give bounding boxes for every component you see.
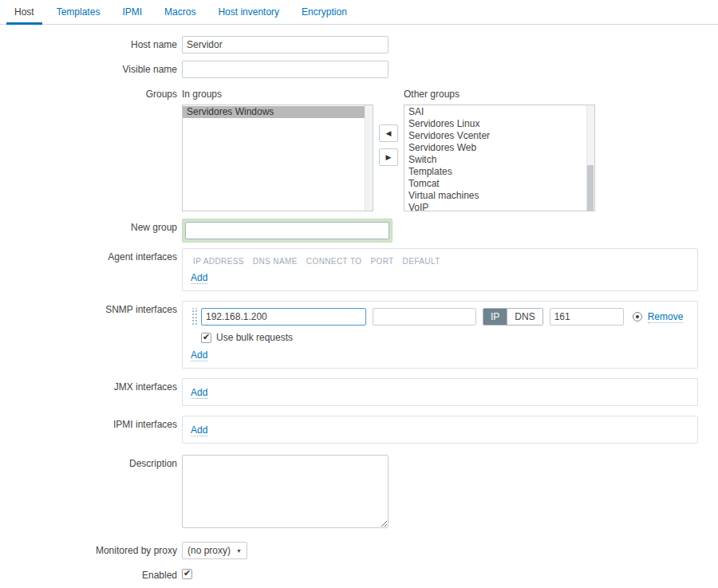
snmp-add-link[interactable]: Add <box>191 349 207 361</box>
connect-dns-option[interactable]: DNS <box>507 309 542 325</box>
visible-name-label: Visible name <box>0 61 177 78</box>
snmp-ip-input[interactable] <box>201 308 366 326</box>
groups-label: Groups <box>0 85 177 211</box>
snmp-dns-input[interactable] <box>373 308 476 326</box>
enabled-row: Enabled <box>0 566 718 582</box>
proxy-select[interactable]: (no proxy) ▼ <box>182 542 247 559</box>
enabled-label: Enabled <box>0 566 177 582</box>
proxy-label: Monitored by proxy <box>0 542 177 559</box>
tab-ipmi[interactable]: IPMI <box>114 0 150 24</box>
host-name-row: Host name <box>0 36 718 53</box>
list-item[interactable]: Servidores Web <box>404 142 594 154</box>
column-header: CONNECT TO <box>306 257 362 266</box>
column-header: DEFAULT <box>403 257 440 266</box>
enabled-checkbox[interactable] <box>182 569 192 579</box>
bulk-requests-label: Use bulk requests <box>216 332 293 343</box>
description-label: Description <box>0 455 177 531</box>
host-config-page: Host Templates IPMI Macros Host inventor… <box>0 0 718 588</box>
snmp-interfaces-box: IP DNS Remove Use bulk requests Add <box>182 301 698 369</box>
in-groups-title: In groups <box>182 85 373 100</box>
list-item[interactable]: Tomcat <box>404 178 594 190</box>
connect-ip-option[interactable]: IP <box>483 309 507 325</box>
new-group-input[interactable] <box>185 222 389 239</box>
new-group-label: New group <box>0 219 177 243</box>
in-groups-listbox[interactable]: Servidores Windows <box>182 105 373 211</box>
tab-bar: Host Templates IPMI Macros Host inventor… <box>0 0 718 25</box>
host-name-label: Host name <box>0 36 177 53</box>
groups-row: Groups In groups Servidores Windows <box>0 85 718 211</box>
arrow-left-icon: ◀ <box>386 129 392 137</box>
new-group-row: New group <box>0 219 718 243</box>
tab-macros[interactable]: Macros <box>156 0 203 24</box>
agent-interface-columns: IP ADDRESSDNS NAMECONNECT TOPORTDEFAULT <box>191 255 689 266</box>
agent-add-link[interactable]: Add <box>191 272 207 284</box>
list-item[interactable]: Virtual machines <box>404 190 594 202</box>
column-header: DNS NAME <box>253 257 298 266</box>
host-name-input[interactable] <box>182 36 389 53</box>
ipmi-interfaces-box: Add <box>182 416 698 444</box>
column-header: PORT <box>370 257 393 266</box>
tab-host[interactable]: Host <box>6 0 42 24</box>
agent-interfaces-box: IP ADDRESSDNS NAMECONNECT TOPORTDEFAULT … <box>182 248 698 291</box>
list-item[interactable]: Servidores Vcenter <box>404 130 594 142</box>
arrow-right-icon: ▶ <box>386 153 392 161</box>
description-row: Description <box>0 455 718 531</box>
jmx-interfaces-row: JMX interfaces Add <box>0 378 718 406</box>
visible-name-row: Visible name <box>0 61 718 78</box>
bulk-requests-checkbox[interactable] <box>201 333 211 343</box>
ipmi-interfaces-row: IPMI interfaces Add <box>0 416 718 444</box>
other-groups-listbox[interactable]: SAIServidores LinuxServidores VcenterSer… <box>404 105 595 211</box>
host-form: Host name Visible name Groups In groups <box>0 25 718 588</box>
tab-encryption[interactable]: Encryption <box>294 0 355 24</box>
description-textarea[interactable] <box>182 455 389 528</box>
list-item[interactable]: Servidores Windows <box>183 106 373 118</box>
snmp-port-input[interactable] <box>550 308 624 326</box>
ipmi-interfaces-label: IPMI interfaces <box>0 416 177 444</box>
column-header: IP ADDRESS <box>193 257 244 266</box>
list-item[interactable]: Switch <box>404 154 594 166</box>
other-groups-title: Other groups <box>404 85 595 100</box>
agent-interfaces-row: Agent interfaces IP ADDRESSDNS NAMECONNE… <box>0 248 718 291</box>
tab-templates[interactable]: Templates <box>49 0 108 24</box>
move-left-button[interactable]: ◀ <box>379 124 398 142</box>
connect-to-toggle: IP DNS <box>483 308 543 326</box>
move-arrows: ◀ ▶ <box>379 85 398 211</box>
snmp-interfaces-label: SNMP interfaces <box>0 301 177 369</box>
in-groups-scrollbar[interactable] <box>365 105 373 211</box>
list-item[interactable]: Templates <box>404 166 594 178</box>
list-item[interactable]: SAI <box>404 106 594 118</box>
proxy-row: Monitored by proxy (no proxy) ▼ <box>0 542 718 559</box>
list-item[interactable]: Servidores Linux <box>404 118 594 130</box>
list-item[interactable]: VoIP <box>404 202 594 211</box>
default-radio[interactable] <box>633 312 642 322</box>
drag-handle-icon[interactable] <box>191 308 197 326</box>
snmp-remove-link[interactable]: Remove <box>648 311 684 323</box>
move-right-button[interactable]: ▶ <box>379 148 398 166</box>
scrollbar-thumb[interactable] <box>587 165 594 211</box>
tab-host-inventory[interactable]: Host inventory <box>210 0 287 24</box>
chevron-down-icon: ▼ <box>236 548 242 554</box>
visible-name-input[interactable] <box>182 61 389 78</box>
jmx-interfaces-label: JMX interfaces <box>0 378 177 406</box>
jmx-interfaces-box: Add <box>182 378 698 406</box>
agent-interfaces-label: Agent interfaces <box>0 248 177 291</box>
new-group-highlight <box>182 219 393 243</box>
other-groups-scrollbar[interactable] <box>586 105 594 211</box>
snmp-interfaces-row: SNMP interfaces IP DNS Remove <box>0 301 718 369</box>
proxy-selected-value: (no proxy) <box>187 545 231 556</box>
ipmi-add-link[interactable]: Add <box>191 424 207 436</box>
jmx-add-link[interactable]: Add <box>191 387 207 399</box>
